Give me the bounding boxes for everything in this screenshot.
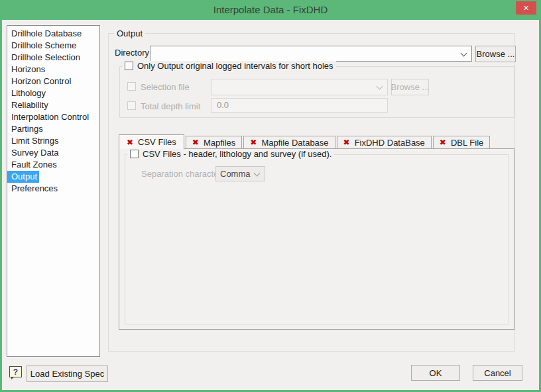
chevron-down-icon (461, 50, 467, 57)
load-existing-spec-button[interactable]: Load Existing Spec (27, 366, 108, 382)
sidebar-item-fault-zones[interactable]: Fault Zones (7, 159, 99, 171)
total-depth-input: 0.0 (211, 98, 388, 113)
separation-character-value: Comma (220, 167, 251, 181)
red-x-icon: ✖ (192, 138, 199, 146)
output-groupbox-label: Output (114, 28, 145, 38)
dialog-window: Interpolate Data - FixDHD ✕ Drillhole Da… (0, 0, 541, 392)
sidebar-item-partings[interactable]: Partings (7, 123, 99, 135)
sidebar-item-drillhole-database[interactable]: Drillhole Database (7, 28, 99, 40)
tab-panel: CSV Files - header, lithology and survey… (119, 148, 514, 330)
close-icon: ✕ (523, 4, 529, 13)
sidebar-item-drillhole-selection[interactable]: Drillhole Selection (7, 52, 99, 64)
csv-files-groupbox: CSV Files - header, lithology and survey… (125, 154, 509, 324)
tab-label: DBL File (451, 138, 483, 148)
selection-file-value (215, 79, 374, 95)
ok-button[interactable]: OK (411, 365, 460, 381)
total-depth-checkbox (127, 101, 136, 110)
close-button[interactable]: ✕ (516, 1, 536, 15)
tab-csv-files[interactable]: ✖CSV Files (119, 134, 184, 149)
sidebar-item-lithology[interactable]: Lithology (7, 87, 99, 99)
tab-mapfiles[interactable]: ✖Mapfiles (186, 136, 242, 148)
sidebar-item-reliability[interactable]: Reliability (7, 99, 99, 111)
directory-combobox[interactable] (150, 46, 472, 62)
sidebar-list: Drillhole DatabaseDrillhole SchemeDrillh… (7, 25, 100, 357)
tab-label: Mapfile Database (261, 138, 328, 148)
red-x-icon: ✖ (127, 138, 133, 146)
only-output-label: Only Output original logged intervals fo… (137, 61, 333, 71)
tab-dbl-file[interactable]: ✖DBL File (433, 136, 490, 148)
selection-file-checkbox (127, 82, 136, 91)
selection-file-browse-button: Browse ... (391, 79, 429, 95)
sidebar-item-horizons[interactable]: Horizons (7, 64, 99, 75)
window-title: Interpolate Data - FixDHD (0, 0, 541, 20)
directory-browse-button[interactable]: Browse ... (475, 46, 516, 62)
selection-file-label: Selection file (141, 82, 190, 92)
tab-label: FixDHD DataBase (355, 138, 425, 148)
dialog-body: Drillhole DatabaseDrillhole SchemeDrillh… (2, 20, 539, 390)
tab-mapfile-database[interactable]: ✖Mapfile Database (243, 136, 335, 148)
title-bar: Interpolate Data - FixDHD ✕ (0, 0, 541, 20)
red-x-icon: ✖ (440, 138, 446, 146)
separation-character-label: Separation character (141, 169, 221, 179)
chevron-down-icon (254, 170, 261, 177)
sidebar-item-drillhole-scheme[interactable]: Drillhole Scheme (7, 40, 99, 52)
sidebar-item-preferences[interactable]: Preferences (7, 183, 99, 195)
selection-file-combobox (211, 79, 388, 95)
csv-files-label-row: CSV Files - header, lithology and survey… (127, 149, 334, 159)
help-question-glyph: ? (13, 368, 18, 377)
total-depth-label: Total depth limit (141, 101, 200, 111)
sidebar-item-output[interactable]: Output (7, 171, 39, 183)
tab-fixdhd-database[interactable]: ✖FixDHD DataBase (337, 136, 432, 148)
tab-label: Mapfiles (204, 138, 235, 148)
csv-files-checkbox[interactable] (130, 150, 139, 158)
separation-character-combobox: Comma (215, 166, 265, 181)
sidebar-item-horizon-control[interactable]: Horizon Control (7, 75, 99, 87)
short-holes-groupbox: Only Output original logged intervals fo… (119, 66, 514, 118)
red-x-icon: ✖ (250, 138, 257, 146)
directory-label: Directory (115, 48, 149, 58)
sidebar-item-interpolation-control[interactable]: Interpolation Control (7, 111, 99, 123)
sidebar-item-limit-strings[interactable]: Limit Strings (7, 135, 99, 147)
sidebar-item-survey-data[interactable]: Survey Data (7, 147, 99, 159)
directory-value (154, 46, 458, 61)
help-icon[interactable]: ? (9, 366, 22, 377)
chevron-down-icon (377, 83, 383, 90)
csv-files-label: CSV Files - header, lithology and survey… (143, 149, 331, 159)
tab-label: CSV Files (138, 137, 176, 147)
tab-strip: ✖CSV Files✖Mapfiles✖Mapfile Database✖Fix… (119, 134, 491, 148)
output-groupbox: Output Directory Browse ... Only Output … (108, 33, 515, 352)
red-x-icon: ✖ (343, 138, 350, 146)
only-output-checkbox[interactable] (125, 62, 133, 70)
cancel-button[interactable]: Cancel (473, 365, 522, 381)
short-holes-label-row: Only Output original logged intervals fo… (122, 61, 336, 71)
